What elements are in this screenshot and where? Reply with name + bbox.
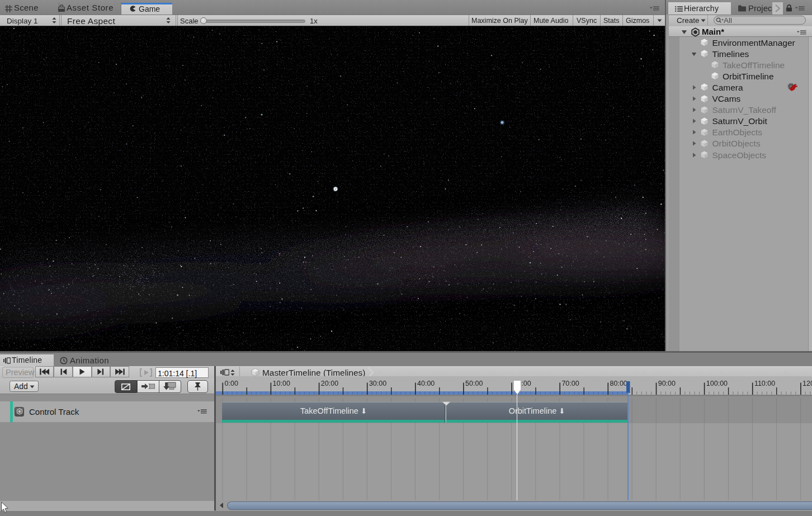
svg-text:50:00: 50:00 — [465, 380, 483, 387]
svg-text:90:00: 90:00 — [658, 380, 676, 387]
svg-text:120:00: 120:00 — [802, 380, 812, 387]
svg-text:30:00: 30:00 — [369, 380, 386, 387]
svg-text:70:00: 70:00 — [561, 380, 579, 387]
svg-text:0:00: 0:00 — [225, 380, 238, 387]
svg-text:110:00: 110:00 — [754, 380, 775, 387]
svg-text:40:00: 40:00 — [417, 380, 435, 387]
svg-text:10:00: 10:00 — [273, 380, 290, 387]
svg-text:100:00: 100:00 — [706, 380, 728, 387]
svg-text:80:00: 80:00 — [610, 380, 627, 387]
svg-text:20:00: 20:00 — [321, 380, 338, 387]
